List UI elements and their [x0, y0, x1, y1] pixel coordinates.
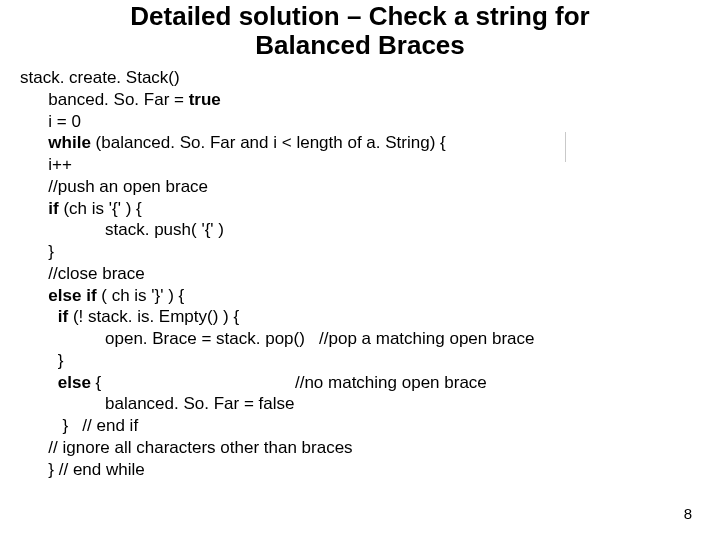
- code-line: [20, 133, 48, 152]
- code-line: (balanced. So. Far and i < length of a. …: [91, 133, 446, 152]
- code-line: }: [20, 351, 63, 370]
- code-block: stack. create. Stack() banced. So. Far =…: [20, 67, 700, 480]
- code-line: (! stack. is. Empty() ) {: [68, 307, 239, 326]
- code-line: [20, 199, 48, 218]
- kw-else: else: [58, 373, 91, 392]
- code-line: ( ch is '}' ) {: [97, 286, 185, 305]
- title-line-1: Detailed solution – Check a string for: [130, 1, 589, 31]
- code-line: //close brace: [20, 264, 145, 283]
- code-line: banced. So. Far =: [20, 90, 189, 109]
- code-line: stack. create. Stack(): [20, 68, 180, 87]
- code-line: [20, 286, 48, 305]
- code-line: i++: [20, 155, 72, 174]
- title-line-2: Balanced Braces: [20, 31, 700, 60]
- slide: Detailed solution – Check a string for B…: [0, 0, 720, 540]
- divider-line: [565, 132, 566, 162]
- kw-if: if: [58, 307, 68, 326]
- code-line: { //no matching open brace: [91, 373, 487, 392]
- code-line: [20, 373, 58, 392]
- kw-while: while: [48, 133, 91, 152]
- code-line: stack. push( '{' ): [20, 220, 224, 239]
- code-line: [20, 307, 58, 326]
- code-line: } // end if: [20, 416, 138, 435]
- code-line: // ignore all characters other than brac…: [20, 438, 353, 457]
- kw-if: if: [48, 199, 58, 218]
- kw-true: true: [189, 90, 221, 109]
- code-line: }: [20, 242, 54, 261]
- code-line: } // end while: [20, 460, 145, 479]
- kw-else-if: else if: [48, 286, 96, 305]
- code-line: (ch is '{' ) {: [59, 199, 142, 218]
- page-number: 8: [684, 505, 692, 522]
- code-line: //push an open brace: [20, 177, 208, 196]
- code-line: i = 0: [20, 112, 81, 131]
- page-title: Detailed solution – Check a string for B…: [20, 0, 700, 59]
- code-line: balanced. So. Far = false: [20, 394, 295, 413]
- code-line: open. Brace = stack. pop() //pop a match…: [20, 329, 535, 348]
